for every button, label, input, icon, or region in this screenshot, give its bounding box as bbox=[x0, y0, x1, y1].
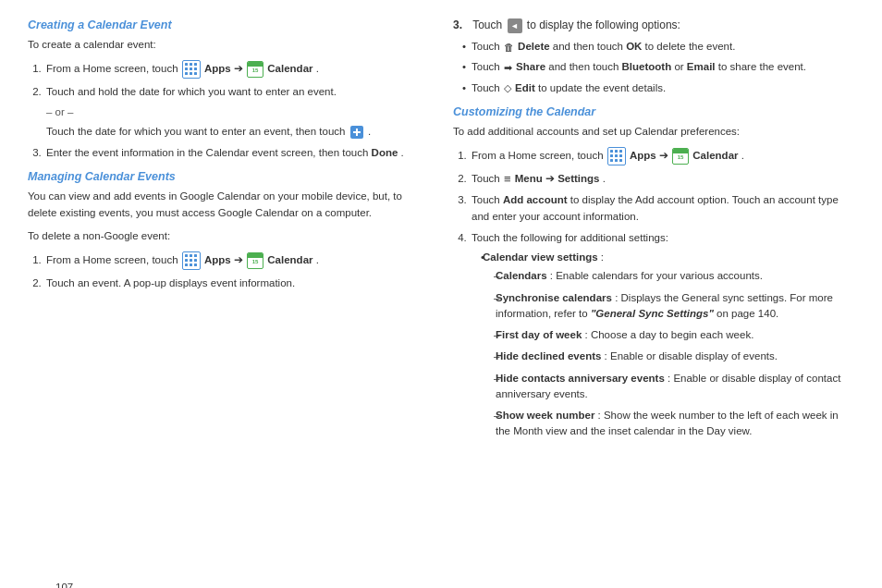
opt-edit-touch: Touch bbox=[472, 82, 503, 93]
mgmt-step1-calendar: Calendar bbox=[267, 254, 312, 265]
apps-grid-icon-3 bbox=[607, 147, 626, 165]
cust-step4-text: Touch the following for additional setti… bbox=[472, 232, 668, 243]
sub-calendars-bold: Calendars bbox=[496, 270, 547, 281]
opt-share-suffix: to share the event. bbox=[718, 61, 806, 72]
cust-step3-add-account: Add account bbox=[503, 194, 568, 205]
sub-show-week-bold: Show week number bbox=[496, 410, 594, 421]
option-share: Touch ➡ Share and then touch Bluetooth o… bbox=[462, 59, 854, 75]
share-icon: ➡ bbox=[504, 60, 512, 76]
sub-hide-declined-text: : Enable or disable display of events. bbox=[605, 350, 778, 361]
customizing-steps: From a Home screen, touch Apps ➔ Calenda… bbox=[453, 147, 854, 440]
menu-icon: ≡ bbox=[504, 173, 511, 185]
customizing-title: Customizing the Calendar bbox=[453, 105, 854, 118]
sub-sync-quote: "General Sync Settings" bbox=[591, 308, 714, 319]
step2-text: Touch and hold the date for which you wa… bbox=[46, 86, 337, 97]
sub-first-day: First day of week : Choose a day to begi… bbox=[494, 327, 854, 343]
step3-text-before: Enter the event information in the Calen… bbox=[46, 147, 372, 158]
sub-first-day-bold: First day of week bbox=[496, 329, 582, 340]
customizing-intro: To add additional accounts and set up Ca… bbox=[453, 124, 854, 140]
plus-icon bbox=[350, 126, 363, 139]
sub-calendars: Calendars : Enable calendars for your va… bbox=[494, 268, 854, 284]
trash-icon: 🗑 bbox=[504, 40, 514, 55]
mgmt-step1-arrow: ➔ bbox=[234, 254, 246, 265]
mgmt-step2-text: Touch an event. A pop-up displays event … bbox=[46, 277, 295, 288]
option-edit: Touch ◇ Edit to update the event details… bbox=[462, 80, 854, 96]
step1-period: . bbox=[316, 63, 319, 74]
edit-icon: ◇ bbox=[504, 80, 511, 96]
opt-edit-bold: Edit bbox=[515, 82, 535, 93]
apps-grid-icon bbox=[182, 60, 201, 79]
managing-events-section: Managing Calendar Events You can view an… bbox=[28, 170, 425, 291]
right-step3-touch: Touch bbox=[472, 18, 505, 31]
step3-period: . bbox=[401, 147, 404, 158]
cust-step3-touch: Touch bbox=[472, 194, 503, 205]
cust-step1-apps: Apps bbox=[630, 150, 659, 161]
cust-step-2: Touch ≡ Menu ➔ Settings . bbox=[470, 171, 854, 187]
opt-delete-ok: OK bbox=[626, 41, 642, 52]
sub-hide-declined-bold: Hide declined events bbox=[496, 350, 601, 361]
sub-first-day-text: : Choose a day to begin each week. bbox=[585, 329, 754, 340]
opt-share-bluetooth: Bluetooth bbox=[622, 61, 672, 72]
apps-grid-icon-2 bbox=[182, 251, 201, 270]
step2-or-text: Touch the date for which you want to ent… bbox=[46, 126, 349, 137]
sub-sync-bold: Synchronise calendars bbox=[496, 292, 612, 303]
cust-step2-menu: Menu bbox=[515, 173, 543, 184]
cal-view-settings-label: Calendar view settings bbox=[483, 251, 598, 263]
cust-step-3: Touch Add account to display the Add acc… bbox=[470, 192, 854, 225]
mgmt-step1-apps: Apps bbox=[204, 254, 234, 265]
managing-para1: You can view and add events in Google Ca… bbox=[28, 189, 425, 221]
opt-edit-suffix: to update the event details. bbox=[538, 82, 666, 93]
opt-share-bold: Share bbox=[516, 61, 545, 72]
opt-delete-bold: Delete bbox=[518, 41, 550, 52]
cust-step2-arrow: ➔ bbox=[545, 173, 557, 184]
managing-steps: From a Home screen, touch Apps ➔ Calenda… bbox=[28, 251, 425, 291]
cust-step1-calendar: Calendar bbox=[692, 150, 738, 161]
page-content: Creating a Calendar Event To create a ca… bbox=[28, 18, 854, 447]
calendar-icon-2 bbox=[247, 252, 263, 269]
opt-share-or: or bbox=[674, 61, 686, 72]
sub-settings-list: Calendars : Enable calendars for your va… bbox=[483, 268, 854, 439]
cust-step2-period: . bbox=[603, 173, 606, 184]
calendar-icon-3 bbox=[672, 148, 689, 165]
sub-sync: Synchronise calendars : Displays the Gen… bbox=[494, 290, 854, 323]
opt-share-touch: Touch bbox=[472, 61, 503, 72]
creating-event-title: Creating a Calendar Event bbox=[28, 18, 425, 31]
step1-text-before: From a Home screen, touch bbox=[46, 63, 181, 74]
customizing-section: Customizing the Calendar To add addition… bbox=[453, 105, 854, 440]
back-arrow-icon: ◄ bbox=[508, 18, 522, 33]
managing-step-1: From a Home screen, touch Apps ➔ Calenda… bbox=[44, 251, 425, 270]
option-delete: Touch 🗑 Delete and then touch OK to dele… bbox=[462, 39, 854, 55]
mgmt-step1-before: From a Home screen, touch bbox=[46, 254, 181, 265]
cust-step2-settings: Settings bbox=[557, 173, 599, 184]
sub-calendars-text: : Enable calendars for your various acco… bbox=[550, 270, 763, 281]
page-number: 107 bbox=[55, 582, 73, 588]
cust-step-4: Touch the following for additional setti… bbox=[470, 230, 854, 440]
step2-period: . bbox=[368, 126, 371, 137]
sub-show-week: Show week number : Show the week number … bbox=[494, 408, 854, 440]
cal-view-settings-bullet: Calendar view settings : Calendars : Ena… bbox=[481, 250, 854, 440]
mgmt-step1-period: . bbox=[316, 254, 319, 265]
options-list: Touch 🗑 Delete and then touch OK to dele… bbox=[453, 39, 854, 96]
cust-step1-before: From a Home screen, touch bbox=[472, 150, 606, 161]
additional-settings-list: Calendar view settings : Calendars : Ena… bbox=[472, 250, 854, 440]
step1-calendar-label: Calendar bbox=[267, 63, 312, 74]
sub-hide-contacts: Hide contacts anniversary events : Enabl… bbox=[494, 371, 854, 403]
cust-step1-period: . bbox=[741, 150, 744, 161]
sub-sync-page: on page 140. bbox=[717, 308, 778, 319]
opt-delete-then: and then touch bbox=[553, 41, 626, 52]
opt-delete-touch: Touch bbox=[472, 41, 503, 52]
step3-done: Done bbox=[372, 147, 398, 158]
right-column: 3. Touch ◄ to display the following opti… bbox=[453, 18, 854, 447]
calendar-icon-1 bbox=[247, 61, 263, 78]
managing-events-title: Managing Calendar Events bbox=[28, 170, 425, 183]
creating-event-section: Creating a Calendar Event To create a ca… bbox=[28, 18, 425, 161]
opt-share-email: Email bbox=[687, 61, 716, 72]
step1-arrow: ➔ bbox=[234, 63, 246, 74]
opt-delete-suffix: to delete the event. bbox=[645, 41, 736, 52]
left-column: Creating a Calendar Event To create a ca… bbox=[28, 18, 425, 447]
right-step3: 3. Touch ◄ to display the following opti… bbox=[453, 18, 854, 33]
sub-hide-declined: Hide declined events : Enable or disable… bbox=[494, 349, 854, 364]
step1-apps-label: Apps bbox=[204, 63, 234, 74]
creating-event-steps: From a Home screen, touch Apps ➔ Calenda… bbox=[28, 60, 425, 161]
step-2: Touch and hold the date for which you wa… bbox=[44, 84, 425, 140]
